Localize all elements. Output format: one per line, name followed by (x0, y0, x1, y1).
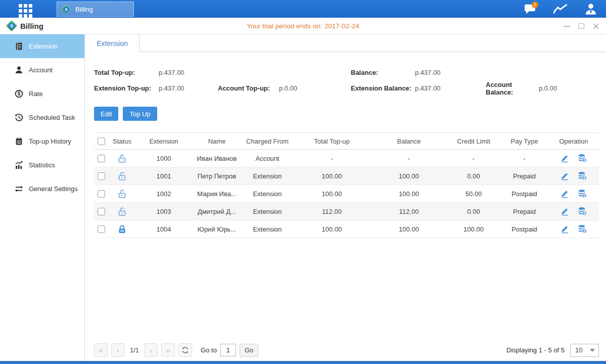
row-checkbox[interactable] (98, 190, 105, 198)
next-page-button[interactable]: › (144, 343, 158, 357)
messages-icon[interactable]: ! (515, 0, 545, 18)
taskbar-tab-billing[interactable]: $ Billing (57, 2, 134, 17)
unlocked-lock-icon (117, 171, 127, 179)
table-row[interactable]: 1003Дмитрий Д...Extension112.00112.000.0… (94, 203, 599, 220)
table-row[interactable]: 1000Иван ИвановAccount----$ (94, 150, 599, 167)
col-header-balance[interactable]: Balance (371, 133, 447, 150)
top-up-coins-icon[interactable]: $ (578, 171, 587, 180)
chevron-down-icon (590, 349, 595, 352)
cell-pay-type: - (500, 150, 548, 167)
cell-pay-type: Postpaid (500, 185, 548, 203)
go-button[interactable]: Go (240, 344, 258, 357)
row-checkbox[interactable] (98, 225, 105, 233)
cell-total-topup: - (293, 150, 371, 167)
sidebar-item-label: Top-up History (29, 138, 71, 145)
window-bottom-edge (0, 361, 606, 364)
edit-button[interactable]: Edit (94, 107, 118, 121)
minimize-icon[interactable] (564, 26, 570, 27)
cell-credit-limit: 0.00 (447, 203, 500, 220)
cell-pay-type: Prepaid (500, 167, 548, 185)
extension-balance-value: p.437.00 (415, 84, 486, 92)
sidebar-item-label: Extension (29, 42, 58, 50)
sidebar-item-rate[interactable]: $ Rate (0, 82, 84, 106)
close-icon[interactable] (592, 23, 599, 29)
app-grid-icon[interactable] (19, 4, 32, 18)
account-topup-value: p.0.00 (279, 84, 351, 92)
col-header-status[interactable]: Status (108, 133, 136, 150)
extension-balance-label: Extension Balance: (351, 84, 415, 92)
top-up-button[interactable]: Top Up (123, 107, 157, 121)
col-header-credit-limit[interactable]: Credit Limit (447, 133, 500, 150)
clock-history-icon (15, 113, 23, 122)
cell-balance: 112.00 (371, 203, 447, 220)
topbar: $ Billing ! (0, 0, 606, 18)
col-header-total-topup[interactable]: Total Top-up (293, 133, 371, 150)
cell-total-topup: 112.00 (293, 203, 371, 220)
row-checkbox[interactable] (98, 208, 105, 215)
cell-pay-type: Prepaid (500, 203, 548, 220)
total-topup-label: Total Top-up: (94, 69, 159, 76)
sidebar-item-label: Account (29, 66, 53, 74)
edit-pencil-icon[interactable] (560, 154, 570, 163)
statistics-chart-icon[interactable] (545, 0, 576, 18)
goto-page-input[interactable] (220, 344, 236, 356)
page-size-select[interactable]: 10 (570, 344, 599, 357)
sidebar-item-extension[interactable]: Extension (0, 34, 84, 58)
tab-strip: Extension (85, 34, 606, 52)
cell-charged-from: Extension (242, 220, 293, 238)
refresh-icon[interactable] (178, 343, 192, 357)
unlocked-lock-icon (117, 154, 127, 161)
edit-pencil-icon[interactable] (560, 189, 570, 198)
sidebar-item-topup-history[interactable]: Top-up History (0, 129, 84, 153)
unlocked-lock-icon (117, 189, 127, 197)
cell-name: Дмитрий Д... (192, 203, 242, 220)
cell-charged-from: Extension (242, 167, 293, 185)
top-up-coins-icon[interactable]: $ (578, 189, 587, 198)
svg-text:$: $ (18, 91, 21, 97)
notepad-icon (15, 137, 23, 146)
col-header-extension[interactable]: Extension (136, 133, 192, 150)
cell-credit-limit: 100.00 (447, 220, 500, 238)
exchange-arrows-icon (15, 185, 23, 193)
user-icon[interactable] (576, 0, 606, 18)
col-header-charged-from[interactable]: Charged From (242, 133, 293, 150)
total-topup-value: p.437.00 (159, 69, 218, 76)
row-checkbox[interactable] (98, 155, 105, 162)
select-all-checkbox[interactable] (98, 138, 105, 145)
edit-pencil-icon[interactable] (560, 224, 570, 234)
sidebar-item-general-settings[interactable]: General Settings (0, 177, 84, 201)
table-row[interactable]: 1004Юрий Юрь...Extension100.00100.00100.… (94, 220, 599, 238)
cell-charged-from: Extension (242, 185, 293, 203)
table-row[interactable]: 1002Мария Ива...Extension100.00100.0050.… (94, 185, 599, 203)
row-checkbox[interactable] (98, 172, 105, 180)
top-up-coins-icon[interactable]: $ (578, 224, 587, 234)
col-header-pay-type[interactable]: Pay Type (500, 133, 548, 150)
cell-name: Иван Иванов (192, 150, 242, 167)
table-row[interactable]: 1001Петр ПетровExtension100.00100.000.00… (94, 167, 599, 185)
edit-pencil-icon[interactable] (560, 171, 570, 180)
edit-pencil-icon[interactable] (560, 207, 570, 216)
sidebar-item-scheduled-task[interactable]: Scheduled Task (0, 106, 84, 129)
cell-extension: 1004 (136, 220, 192, 238)
notification-badge: ! (532, 2, 538, 8)
cell-name: Петр Петров (192, 167, 242, 185)
maximize-icon[interactable] (578, 23, 584, 29)
balance-label: Balance: (351, 69, 415, 76)
bar-chart-icon (15, 161, 23, 169)
ledger-icon (15, 42, 23, 51)
page-indicator: 1/1 (130, 346, 139, 354)
billing-app-icon: $ (62, 5, 71, 14)
sidebar-item-statistics[interactable]: Statistics (0, 153, 84, 177)
col-header-name[interactable]: Name (192, 133, 242, 150)
tab-extension[interactable]: Extension (85, 34, 139, 52)
main-content: Extension Total Top-up: p.437.00 Balance… (85, 34, 606, 361)
sidebar-item-account[interactable]: Account (0, 58, 84, 82)
last-page-button[interactable]: » (161, 343, 175, 357)
cell-extension: 1000 (136, 150, 192, 167)
sidebar-item-label: Scheduled Task (29, 114, 75, 121)
cell-credit-limit: - (447, 150, 500, 167)
top-up-coins-icon[interactable]: $ (578, 207, 587, 216)
prev-page-button[interactable]: ‹ (111, 343, 125, 357)
first-page-button[interactable]: « (94, 343, 108, 357)
top-up-coins-icon[interactable]: $ (578, 154, 587, 163)
